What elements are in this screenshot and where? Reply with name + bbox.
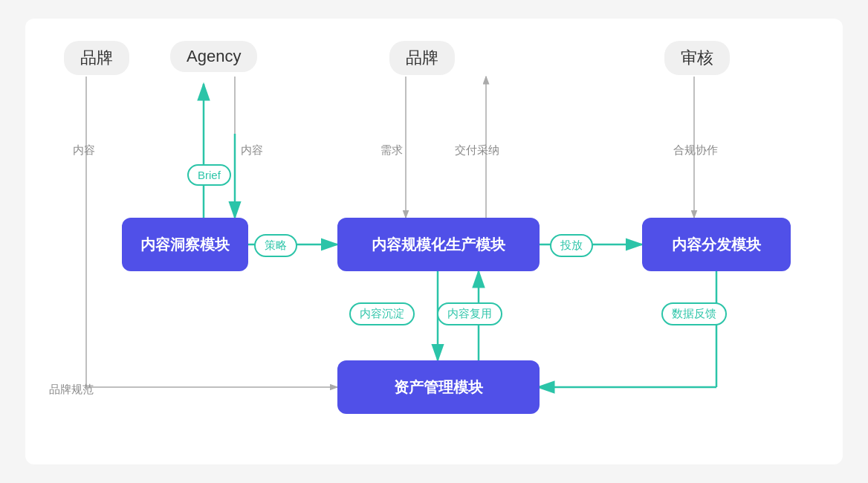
label-demand: 需求 [380,143,403,158]
pill-data-feedback: 数据反馈 [661,302,727,325]
label-compliance: 合规协作 [673,143,718,158]
module-insight: 内容洞察模块 [122,218,248,271]
module-asset: 资产管理模块 [337,360,540,414]
label-content-left: 内容 [73,143,95,158]
label-brand-spec: 品牌规范 [49,383,94,397]
role-agency: Agency [170,41,257,72]
role-brand-left: 品牌 [64,41,129,75]
role-audit: 审核 [664,41,730,75]
pill-reuse: 内容复用 [437,302,502,325]
module-distribution: 内容分发模块 [642,218,791,271]
diagram-canvas: 品牌 Agency 品牌 审核 内容洞察模块 内容规模化生产模块 内容分发模块 … [25,19,843,464]
pill-sink: 内容沉淀 [349,302,415,325]
module-production: 内容规模化生产模块 [337,218,540,271]
label-delivery: 交付采纳 [455,143,499,158]
label-content-agency: 内容 [241,143,263,158]
pill-strategy: 策略 [254,234,297,257]
role-brand-center: 品牌 [389,41,455,75]
pill-placement: 投放 [550,234,593,257]
pill-brief: Brief [187,164,231,186]
